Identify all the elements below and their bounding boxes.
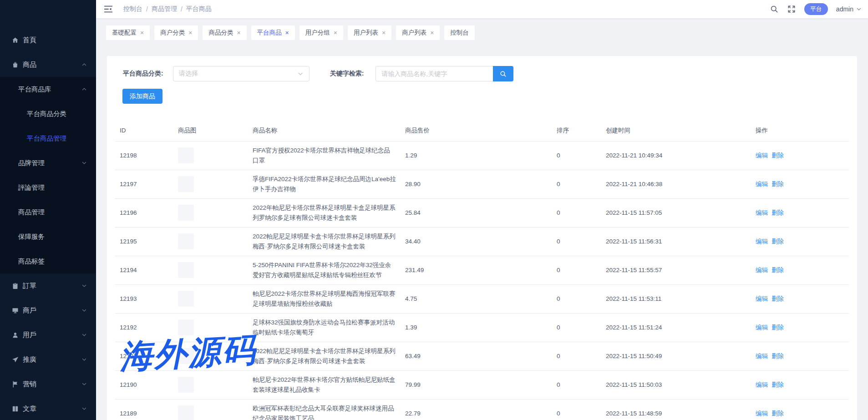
edit-link[interactable]: 编辑 — [756, 181, 768, 187]
cell-id: 12192 — [115, 313, 178, 342]
sidebar-item-home[interactable]: 首頁 — [0, 28, 96, 52]
cell-price: 63.49 — [405, 342, 557, 370]
delete-link[interactable]: 删除 — [772, 181, 784, 187]
cell-actions: 编辑删除 — [756, 370, 849, 399]
edit-link[interactable]: 编辑 — [756, 267, 768, 273]
cell-sort: 0 — [557, 399, 606, 420]
breadcrumb-item-console[interactable]: 控制台 — [123, 5, 142, 13]
close-icon[interactable]: × — [334, 30, 337, 36]
sidebar-item-platform-goods-manage[interactable]: 平台商品管理 — [0, 126, 96, 151]
cell-created: 2022-11-15 11:53:11 — [606, 284, 756, 313]
delete-link[interactable]: 删除 — [772, 295, 784, 302]
cell-id: 12190 — [115, 370, 178, 399]
column-header-image: 商品图 — [178, 120, 253, 141]
cell-price: 28.90 — [405, 170, 557, 198]
sidebar-item-goods[interactable]: 商品 — [0, 52, 96, 77]
cell-sort: 0 — [557, 141, 606, 170]
cell-actions: 编辑删除 — [756, 141, 849, 170]
delete-link[interactable]: 删除 — [772, 152, 784, 159]
tab-merchant-category[interactable]: 商户分类× — [154, 25, 198, 40]
user-icon — [11, 331, 19, 339]
edit-link[interactable]: 编辑 — [756, 381, 768, 388]
tab-platform-goods[interactable]: 平台商品× — [251, 25, 295, 40]
table-row: 12189欧洲冠军杯表彰纪念品大耳朵联赛足球奖杯球迷用品纪念品家居装饰工艺品22… — [115, 399, 849, 420]
tab-basic-config[interactable]: 基礎配置× — [106, 25, 150, 40]
sidebar-item-goods-manage[interactable]: 商品管理 — [0, 200, 96, 224]
sidebar-item-promotion[interactable]: 推廣 — [0, 347, 96, 372]
cell-actions: 编辑删除 — [756, 170, 849, 198]
cell-name: FIFA官方授权2022卡塔尔世界杯吉祥物足球纪念品口罩 — [253, 141, 405, 170]
close-icon[interactable]: × — [237, 30, 240, 36]
sidebar-item-orders[interactable]: 訂單 — [0, 273, 96, 298]
fullscreen-icon[interactable] — [787, 5, 796, 14]
product-image-placeholder — [178, 262, 194, 278]
cell-image — [178, 399, 253, 420]
delete-link[interactable]: 删除 — [772, 353, 784, 359]
breadcrumb-item-goods-manage[interactable]: 商品管理 — [152, 5, 177, 13]
chevron-down-icon — [81, 406, 87, 411]
sidebar-item-guarantee-service[interactable]: 保障服务 — [0, 224, 96, 249]
breadcrumb-separator: / — [146, 5, 148, 13]
close-icon[interactable]: × — [430, 30, 434, 36]
sidebar-item-platform-goods-lib[interactable]: 平台商品库 — [0, 77, 96, 101]
chevron-up-icon — [81, 86, 87, 92]
menu-fold-icon[interactable] — [103, 4, 113, 14]
tab-merchant-list[interactable]: 商户列表× — [396, 25, 440, 40]
delete-link[interactable]: 删除 — [772, 209, 784, 216]
sidebar-item-merchants[interactable]: 商戶 — [0, 298, 96, 323]
keyword-input[interactable] — [376, 66, 493, 81]
delete-link[interactable]: 删除 — [772, 267, 784, 273]
keyword-search-button[interactable] — [493, 66, 513, 81]
edit-link[interactable]: 编辑 — [756, 295, 768, 302]
sidebar-item-label: 訂單 — [23, 282, 36, 290]
sidebar-item-brand-manage[interactable]: 品牌管理 — [0, 151, 96, 175]
chevron-down-icon — [81, 160, 87, 166]
cell-sort: 0 — [557, 227, 606, 256]
sidebar-item-goods-tag[interactable]: 商品标签 — [0, 249, 96, 273]
delete-link[interactable]: 删除 — [772, 410, 784, 417]
tab-console[interactable]: 控制台 — [444, 25, 475, 40]
edit-link[interactable]: 编辑 — [756, 152, 768, 159]
tab-user-group[interactable]: 用户分组× — [299, 25, 343, 40]
sidebar-item-platform-goods-category[interactable]: 平台商品分类 — [0, 101, 96, 126]
search-icon[interactable] — [770, 5, 779, 14]
sidebar-item-users[interactable]: 用戶 — [0, 323, 96, 347]
sidebar-item-articles[interactable]: 文章 — [0, 396, 96, 420]
cell-created: 2022-11-15 11:50:49 — [606, 342, 756, 370]
breadcrumb-item-platform-goods: 平台商品 — [186, 5, 212, 13]
cell-image — [178, 370, 253, 399]
close-icon[interactable]: × — [188, 30, 192, 36]
close-icon[interactable]: × — [285, 30, 289, 36]
delete-link[interactable]: 删除 — [772, 238, 784, 245]
tab-label: 平台商品 — [257, 29, 282, 37]
sidebar-item-marketing[interactable]: 营销 — [0, 372, 96, 396]
table-row: 12197孚德FIFA2022卡塔尔世界杯足球纪念品周边La'eeb拉伊卜手办吉… — [115, 170, 849, 198]
sidebar-item-label: 商品标签 — [18, 257, 45, 266]
cell-price: 25.84 — [405, 198, 557, 227]
table-row: 121962022年帕尼尼卡塔尔世界杯足球明星卡盒足球明星系列罗纳尔多足球有限公… — [115, 198, 849, 227]
add-product-button[interactable]: 添加商品 — [122, 89, 162, 104]
product-image-placeholder — [178, 348, 194, 364]
cell-id: 12189 — [115, 399, 178, 420]
category-select[interactable]: 请选择 — [173, 66, 310, 81]
close-icon[interactable]: × — [140, 30, 144, 36]
edit-link[interactable]: 编辑 — [756, 209, 768, 216]
table-header-row: ID商品图商品名称商品售价排序创建时间操作 — [115, 120, 849, 141]
delete-link[interactable]: 删除 — [772, 324, 784, 331]
delete-link[interactable]: 删除 — [772, 381, 784, 388]
edit-link[interactable]: 编辑 — [756, 238, 768, 245]
edit-link[interactable]: 编辑 — [756, 324, 768, 331]
sidebar: 首頁商品平台商品库平台商品分类平台商品管理品牌管理評論管理商品管理保障服务商品标… — [0, 0, 96, 420]
tab-user-list[interactable]: 用户列表× — [348, 25, 391, 40]
edit-link[interactable]: 编辑 — [756, 410, 768, 417]
sidebar-item-label: 評論管理 — [18, 183, 45, 192]
close-icon[interactable]: × — [382, 30, 386, 36]
sidebar-item-comment-manage[interactable]: 評論管理 — [0, 175, 96, 200]
cell-created: 2022-11-15 11:48:59 — [606, 399, 756, 420]
cell-created: 2022-11-15 11:50:03 — [606, 370, 756, 399]
tab-goods-category[interactable]: 商品分类× — [203, 25, 246, 40]
cell-actions: 编辑删除 — [756, 399, 849, 420]
user-menu[interactable]: admin — [836, 5, 862, 13]
edit-link[interactable]: 编辑 — [756, 353, 768, 359]
cell-id: 12194 — [115, 256, 178, 284]
